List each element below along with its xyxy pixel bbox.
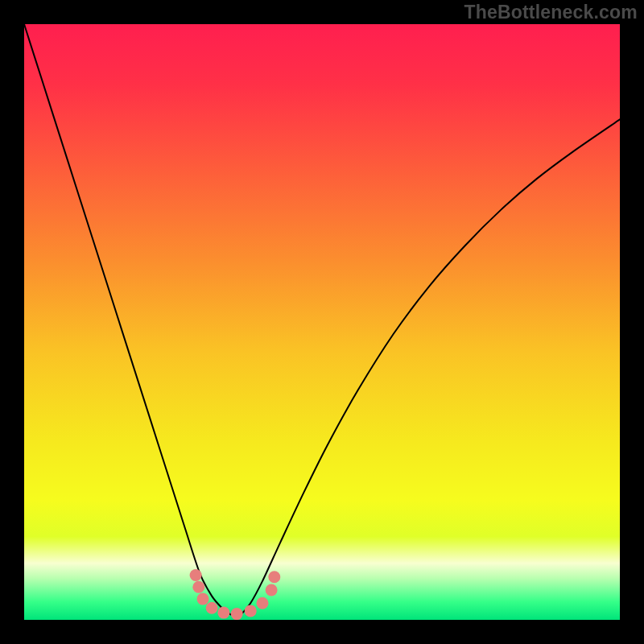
curve-marker-dot — [206, 602, 218, 614]
curve-marker-dot — [257, 597, 269, 609]
curve-marker-dot — [197, 593, 209, 605]
curve-marker-dot — [245, 605, 257, 617]
plot-area — [24, 24, 620, 620]
curve-layer — [24, 24, 620, 620]
curve-marker-dot — [266, 584, 278, 597]
chart-frame: TheBottleneck.com — [0, 0, 644, 644]
curve-marker-dot — [268, 571, 280, 583]
curve-marker-dot — [190, 569, 202, 581]
curve-markers — [190, 569, 281, 620]
curve-marker-dot — [217, 607, 229, 619]
watermark-text: TheBottleneck.com — [464, 2, 638, 23]
curve-marker-dot — [192, 581, 204, 593]
curve-marker-dot — [231, 608, 243, 620]
bottleneck-curve — [24, 24, 620, 617]
